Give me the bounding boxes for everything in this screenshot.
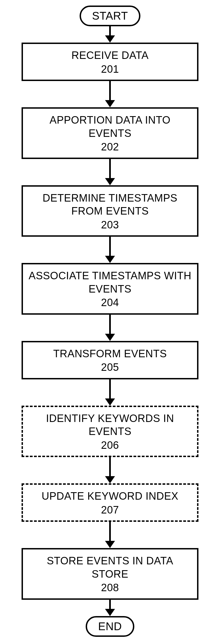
arrow-head-icon: [105, 398, 115, 406]
step-label: ASSOCIATE TIMESTAMPS WITH EVENTS: [27, 269, 193, 296]
arrow-head-icon: [105, 256, 115, 263]
step-number: 203: [27, 218, 193, 232]
flowchart-page: START RECEIVE DATA 201 APPORTION DATA IN…: [0, 0, 220, 644]
step-202: APPORTION DATA INTO EVENTS 202: [22, 107, 198, 159]
arrow-icon: [105, 81, 115, 107]
step-204: ASSOCIATE TIMESTAMPS WITH EVENTS 204: [22, 263, 198, 315]
step-label: TRANSFORM EVENTS: [27, 347, 193, 361]
arrow-shaft: [109, 522, 111, 541]
end-terminator: END: [86, 616, 134, 637]
arrow-shaft: [109, 26, 111, 36]
arrow-head-icon: [105, 35, 115, 43]
arrow-icon: [105, 315, 115, 341]
arrow-shaft: [109, 159, 111, 178]
step-label: STORE EVENTS IN DATA STORE: [27, 554, 193, 581]
step-label: RECEIVE DATA: [27, 49, 193, 62]
start-terminator: START: [80, 6, 140, 26]
step-label: DETERMINE TIMESTAMPS FROM EVENTS: [27, 192, 193, 218]
arrow-shaft: [109, 600, 111, 609]
step-label: UPDATE KEYWORD INDEX: [27, 490, 193, 503]
step-number: 204: [27, 296, 193, 309]
arrow-icon: [105, 159, 115, 185]
step-number: 202: [27, 140, 193, 154]
arrow-icon: [105, 237, 115, 263]
arrow-head-icon: [105, 100, 115, 107]
arrow-icon: [105, 600, 115, 616]
arrow-icon: [105, 26, 115, 43]
end-label: END: [98, 620, 122, 632]
arrow-icon: [105, 457, 115, 483]
step-number: 201: [27, 63, 193, 76]
arrow-head-icon: [105, 178, 115, 185]
step-number: 206: [27, 439, 193, 452]
step-207: UPDATE KEYWORD INDEX 207: [22, 483, 198, 522]
start-label: START: [92, 10, 128, 22]
step-number: 207: [27, 504, 193, 517]
step-label: IDENTIFY KEYWORDS IN EVENTS: [27, 412, 193, 438]
arrow-head-icon: [105, 609, 115, 616]
arrow-shaft: [109, 457, 111, 476]
step-208: STORE EVENTS IN DATA STORE 208: [22, 548, 198, 600]
step-203: DETERMINE TIMESTAMPS FROM EVENTS 203: [22, 185, 198, 237]
arrow-head-icon: [105, 541, 115, 548]
arrow-icon: [105, 522, 115, 548]
step-number: 208: [27, 581, 193, 595]
arrow-shaft: [109, 315, 111, 334]
step-205: TRANSFORM EVENTS 205: [22, 341, 198, 379]
arrow-shaft: [109, 379, 111, 399]
arrow-head-icon: [105, 476, 115, 483]
step-206: IDENTIFY KEYWORDS IN EVENTS 206: [22, 406, 198, 457]
arrow-shaft: [109, 237, 111, 256]
arrow-shaft: [109, 81, 111, 100]
step-number: 205: [27, 361, 193, 374]
step-201: RECEIVE DATA 201: [22, 43, 198, 81]
step-label: APPORTION DATA INTO EVENTS: [27, 114, 193, 140]
arrow-icon: [105, 379, 115, 406]
arrow-head-icon: [105, 334, 115, 341]
